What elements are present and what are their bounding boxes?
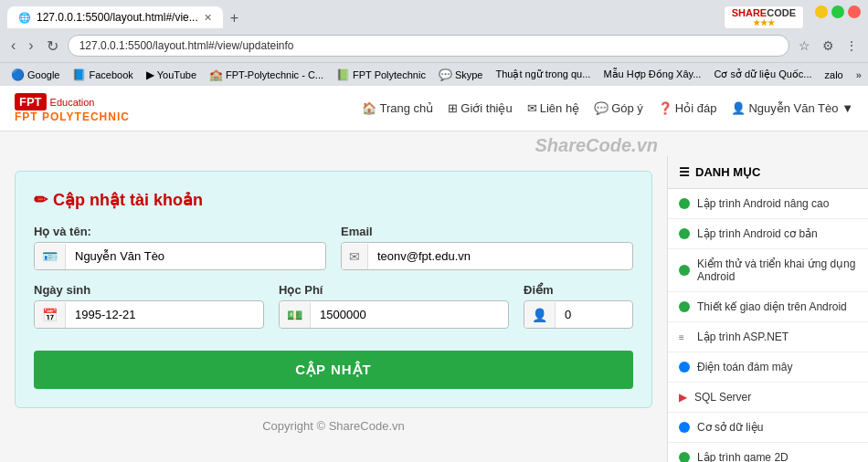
bookmark-fpt-poly[interactable]: 🏫FPT-Polytechnic - C... — [206, 68, 327, 82]
user-menu[interactable]: 👤 Nguyễn Văn Tèo ▼ — [731, 101, 853, 115]
fee-label: Học Phí — [279, 283, 509, 297]
form-card: ✏ Cập nhật tài khoản Họ và tên: 🪪 — [15, 171, 652, 408]
form-group-fee: Học Phí 💵 — [279, 283, 509, 329]
main-content: ✏ Cập nhật tài khoản Họ và tên: 🪪 — [0, 156, 868, 462]
sharecode-watermark: ShareCode.vn — [0, 131, 868, 156]
browser-toolbar: ‹ › ↻ ☆ ⚙ ⋮ — [0, 29, 868, 62]
bookmarks-more[interactable]: » — [852, 68, 865, 81]
envelope-icon: ✉ — [527, 101, 537, 115]
grid-icon: ⊞ — [448, 101, 458, 115]
forward-button[interactable]: › — [25, 36, 37, 56]
dot-icon — [679, 265, 690, 276]
dot-icon — [679, 228, 690, 239]
update-button[interactable]: CẬP NHẬT — [34, 351, 633, 389]
sc-logo-code: CODE — [767, 7, 796, 18]
active-tab[interactable]: 🌐 127.0.0.1:5500/layout.html#/vie... ✕ — [7, 6, 223, 28]
name-input[interactable] — [66, 243, 325, 269]
sidebar-item-android-nang-cao[interactable]: Lập trình Android nâng cao — [668, 189, 868, 219]
address-bar[interactable] — [68, 35, 789, 57]
sidebar-item-game2d[interactable]: Lập trình game 2D — [668, 443, 868, 462]
dot-icon — [679, 362, 690, 373]
home-icon: 🏠 — [362, 101, 376, 115]
browser-titlebar: 🌐 127.0.0.1:5500/layout.html#/vie... ✕ +… — [0, 0, 868, 29]
email-input[interactable] — [368, 243, 632, 269]
site-header: FPT Education FPT POLYTECHNIC 🏠 Trang ch… — [0, 86, 868, 131]
bookmark-zalo[interactable]: zalo — [821, 68, 847, 81]
menu-icon[interactable]: ⋮ — [842, 37, 861, 55]
list-icon: ≡ — [679, 332, 690, 342]
browser-actions: ☆ ⚙ ⋮ — [795, 37, 861, 55]
page-content: FPT Education FPT POLYTECHNIC 🏠 Trang ch… — [0, 86, 868, 462]
nav-gop-y[interactable]: 💬 Góp ý — [594, 101, 643, 115]
dob-input-wrap: 📅 — [34, 300, 264, 329]
form-group-dob: Ngày sinh 📅 — [34, 283, 264, 329]
sidebar-item-cloud[interactable]: Điện toán đám mây — [668, 352, 868, 383]
nav-lien-he[interactable]: ✉ Liên hệ — [527, 101, 579, 115]
nav-trang-chu[interactable]: 🏠 Trang chủ — [362, 101, 433, 115]
new-tab-button[interactable]: + — [223, 8, 246, 28]
sidebar-header: ☰ DANH MỤC — [668, 156, 868, 189]
sidebar: ☰ DANH MỤC Lập trình Android nâng cao Lậ… — [667, 156, 868, 462]
bookmark-mau[interactable]: Mẫu Hợp Đồng Xây... — [599, 68, 704, 81]
sidebar-item-database[interactable]: Cơ sở dữ liệu — [668, 413, 868, 443]
bookmark-facebook[interactable]: 📘Facebook — [69, 68, 136, 82]
dob-label: Ngày sinh — [34, 283, 264, 297]
form-title: ✏ Cập nhật tài khoản — [34, 190, 633, 210]
calendar-icon: 📅 — [35, 302, 66, 328]
dob-input[interactable] — [66, 301, 263, 328]
tab-favicon: 🌐 — [18, 12, 31, 24]
score-icon: 👤 — [524, 302, 556, 328]
site-logo: FPT Education FPT POLYTECHNIC — [15, 93, 130, 123]
bookmark-fpt[interactable]: 📗FPT Polytechnic — [333, 68, 429, 82]
sc-logo-text: SHARE — [732, 7, 767, 18]
dot-icon — [679, 422, 690, 433]
minimize-button[interactable] — [815, 5, 828, 18]
sidebar-item-thiet-ke[interactable]: Thiết kế giao diện trên Android — [668, 292, 868, 322]
close-button[interactable] — [848, 5, 861, 18]
email-icon: ✉ — [342, 244, 368, 269]
site-nav: 🏠 Trang chủ ⊞ Giới thiệu ✉ Liên hệ 💬 Góp… — [362, 101, 853, 115]
tab-title: 127.0.0.1:5500/layout.html#/vie... — [37, 11, 198, 24]
sidebar-item-aspnet[interactable]: ≡ Lập trình ASP.NET — [668, 322, 868, 352]
extension-icon[interactable]: ⚙ — [819, 37, 837, 55]
sidebar-item-android-co-ban[interactable]: Lập trình Android cơ bản — [668, 219, 868, 249]
bookmark-thuat[interactable]: Thuật ngữ trong qu... — [492, 68, 594, 81]
nav-gioi-thieu[interactable]: ⊞ Giới thiệu — [448, 101, 512, 115]
name-label: Họ và tên: — [34, 225, 326, 238]
id-card-icon: 🪪 — [35, 244, 66, 269]
form-group-name: Họ và tên: 🪪 — [34, 225, 326, 270]
refresh-button[interactable]: ↻ — [43, 36, 62, 57]
maximize-button[interactable] — [831, 5, 844, 18]
bookmark-coso[interactable]: Cơ sở dữ liệu Quốc... — [710, 68, 815, 81]
logo-fpt-text: FPT — [15, 93, 47, 110]
fee-input[interactable] — [311, 301, 508, 328]
bookmark-icon[interactable]: ☆ — [795, 37, 813, 55]
browser-window: 🌐 127.0.0.1:5500/layout.html#/vie... ✕ +… — [0, 0, 868, 462]
sharecode-corner-logo: SHARECODE ★★★ — [724, 5, 804, 29]
dot-icon — [679, 198, 690, 209]
tab-close-icon[interactable]: ✕ — [204, 12, 212, 24]
logo-top: FPT Education — [15, 93, 130, 110]
form-section: ✏ Cập nhật tài khoản Họ và tên: 🪪 — [0, 156, 667, 462]
form-row-1: Họ và tên: 🪪 Email ✉ — [34, 225, 633, 270]
nav-hoi-dap[interactable]: ❓ Hỏi đáp — [658, 101, 717, 115]
sidebar-item-kiem-thu[interactable]: Kiểm thử và triển khai ứng dụng Android — [668, 249, 868, 292]
menu-lines-icon: ☰ — [679, 165, 690, 179]
bookmark-skype[interactable]: 💬Skype — [435, 68, 487, 82]
bookmark-youtube[interactable]: ▶YouTube — [143, 68, 200, 82]
question-icon: ❓ — [658, 101, 672, 115]
bookmark-google[interactable]: 🔵Google — [7, 68, 63, 82]
score-input[interactable] — [556, 301, 632, 328]
chat-icon: 💬 — [594, 101, 609, 115]
back-button[interactable]: ‹ — [7, 36, 19, 56]
user-icon: 👤 — [731, 101, 746, 115]
score-label: Điểm — [524, 283, 633, 297]
sidebar-item-sql[interactable]: ▶ SQL Server — [668, 383, 868, 413]
email-label: Email — [341, 225, 633, 238]
logo-edu-text: Education — [50, 97, 95, 108]
form-title-icon: ✏ — [34, 190, 48, 210]
page-footer: Copyright © ShareCode.vn — [15, 408, 652, 444]
email-input-wrap: ✉ — [341, 242, 633, 270]
form-row-2: Ngày sinh 📅 Học Phí 💵 — [34, 283, 633, 329]
form-group-score: Điểm 👤 — [524, 283, 633, 329]
